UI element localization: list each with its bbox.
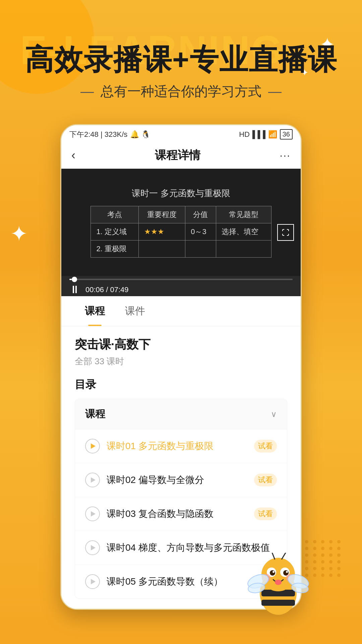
- svg-line-14: [272, 553, 275, 559]
- play-triangle-5: [91, 579, 96, 584]
- lesson-text-4: 课时04 梯度、方向导数与多元函数极值: [107, 541, 277, 554]
- svg-point-7: [270, 570, 275, 576]
- progress-fill: [69, 279, 72, 280]
- list-item[interactable]: 课时03 复合函数与隐函数 试看: [75, 497, 287, 531]
- phone-mockup-container: 下午2:48 | 323K/s 🔔 🐧 HD▐▐▐ 📶 36 ‹ 课程详情 ··…: [60, 124, 302, 610]
- play-icon-3: [85, 506, 100, 521]
- course-meta: 全部 33 课时: [75, 356, 287, 367]
- battery-indicator: 36: [280, 129, 293, 140]
- play-icon-2: [85, 473, 100, 487]
- list-item[interactable]: 课时01 多元函数与重极限 试看: [75, 429, 287, 463]
- sub-title: 总有一种适合你的学习方式: [13, 82, 349, 101]
- play-icon-5: [85, 574, 100, 589]
- back-button[interactable]: ‹: [71, 148, 75, 162]
- controls-row: ⏸ 00:06 / 07:49: [69, 283, 293, 296]
- table-cell-empty1: [138, 240, 185, 257]
- trial-badge-1[interactable]: 试看: [254, 440, 277, 452]
- trial-badge-2[interactable]: 试看: [254, 474, 277, 486]
- video-time: 00:06 / 07:49: [85, 285, 128, 294]
- app-header: ‹ 课程详情 ···: [61, 142, 301, 169]
- course-tabs: 课程 课件: [61, 296, 301, 326]
- play-triangle-4: [91, 545, 96, 550]
- lesson-text-2: 课时02 偏导数与全微分: [107, 474, 247, 486]
- table-header-score: 分值: [185, 206, 216, 223]
- status-right: HD▐▐▐ 📶 36: [239, 129, 293, 140]
- table-header-kp: 考点: [91, 206, 138, 223]
- table-row: 2. 重极限: [91, 240, 271, 257]
- play-triangle-3: [91, 511, 96, 517]
- progress-bar[interactable]: [69, 279, 293, 280]
- table-cell-empty3: [216, 240, 271, 257]
- table-cell-score1: 0～3: [185, 223, 216, 240]
- table-row: 1. 定义域 ★★★ 0～3 选择、填空: [91, 223, 271, 240]
- list-item[interactable]: 课时02 偏导数与全微分 试看: [75, 463, 287, 497]
- svg-point-9: [273, 571, 275, 573]
- chevron-down-icon: ∨: [271, 410, 277, 419]
- play-triangle-2: [91, 477, 96, 483]
- trial-badge-3[interactable]: 试看: [254, 507, 277, 520]
- svg-line-15: [282, 553, 287, 559]
- svg-point-13: [275, 580, 282, 585]
- tab-course[interactable]: 课程: [75, 296, 115, 326]
- main-title: 高效录播课+专业直播课: [13, 44, 349, 75]
- video-lesson-title: 课时一 多元函数与重极限: [132, 187, 230, 199]
- bee-mascot: [245, 553, 312, 620]
- expand-button[interactable]: [277, 224, 294, 241]
- course-name: 突击课·高数下: [75, 336, 287, 353]
- table-cell-stars: ★★★: [138, 223, 185, 240]
- status-icons: 🔔 🐧: [130, 130, 150, 139]
- course-section-title: 课程: [85, 407, 105, 421]
- play-icon-1: [85, 439, 100, 453]
- header-area: 高效录播课+专业直播课 总有一种适合你的学习方式: [0, 44, 362, 101]
- lesson-text-1: 课时01 多元函数与重极限: [107, 440, 247, 452]
- video-content: 课时一 多元函数与重极限 考点 重要程度 分值 常见题型 1. 定义域: [61, 169, 301, 276]
- table-cell-kp1: 1. 定义域: [91, 223, 138, 240]
- table-cell-empty2: [185, 240, 216, 257]
- table-header-type: 常见题型: [216, 206, 271, 223]
- app-header-title: 课程详情: [155, 148, 200, 163]
- course-section-header[interactable]: 课程 ∨: [75, 399, 287, 429]
- table-header-importance: 重要程度: [138, 206, 185, 223]
- phone-mockup: 下午2:48 | 323K/s 🔔 🐧 HD▐▐▐ 📶 36 ‹ 课程详情 ··…: [60, 124, 302, 610]
- sparkle-icon-3: ✦: [10, 221, 28, 246]
- play-triangle-1: [91, 443, 96, 449]
- signal-icon: HD▐▐▐: [239, 130, 265, 139]
- status-time-network: 下午2:48 | 323K/s: [69, 129, 127, 140]
- pause-button[interactable]: ⏸: [69, 283, 80, 296]
- wifi-icon: 📶: [268, 130, 277, 139]
- table-cell-kp2: 2. 重极限: [91, 240, 138, 257]
- video-area: 课时一 多元函数与重极限 考点 重要程度 分值 常见题型 1. 定义域: [61, 169, 301, 296]
- progress-dot: [72, 277, 77, 282]
- section-title: 目录: [75, 377, 287, 392]
- tab-courseware[interactable]: 课件: [115, 296, 155, 326]
- lesson-text-3: 课时03 复合函数与隐函数: [107, 507, 247, 520]
- status-left: 下午2:48 | 323K/s 🔔 🐧: [69, 129, 150, 140]
- video-controls: ⏸ 00:06 / 07:49: [61, 276, 301, 296]
- video-table: 考点 重要程度 分值 常见题型 1. 定义域 ★★★ 0～3 选择、填空: [90, 206, 271, 258]
- table-cell-type1: 选择、填空: [216, 223, 271, 240]
- play-icon-4: [85, 540, 100, 555]
- more-button[interactable]: ···: [280, 149, 291, 162]
- svg-rect-3: [261, 600, 295, 606]
- svg-point-10: [286, 571, 288, 573]
- status-bar: 下午2:48 | 323K/s 🔔 🐧 HD▐▐▐ 📶 36: [61, 125, 301, 142]
